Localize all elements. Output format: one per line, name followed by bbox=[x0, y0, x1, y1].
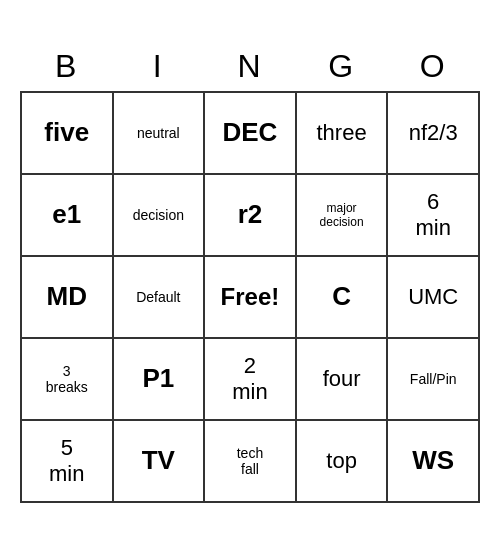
bingo-header-I: I bbox=[113, 42, 205, 92]
bingo-cell-r2-c0: MD bbox=[21, 256, 113, 338]
bingo-cell-r2-c4: UMC bbox=[387, 256, 479, 338]
bingo-cell-r0-c2: DEC bbox=[204, 92, 296, 174]
bingo-cell-r1-c1: decision bbox=[113, 174, 205, 256]
bingo-cell-r1-c2: r2 bbox=[204, 174, 296, 256]
bingo-cell-r2-c3: C bbox=[296, 256, 388, 338]
bingo-header-N: N bbox=[204, 42, 296, 92]
bingo-header-O: O bbox=[387, 42, 479, 92]
bingo-cell-r4-c1: TV bbox=[113, 420, 205, 502]
bingo-card: BINGO fiveneutralDECthreenf2/3e1decision… bbox=[20, 42, 480, 503]
bingo-cell-r1-c3: majordecision bbox=[296, 174, 388, 256]
bingo-cell-r2-c2: Free! bbox=[204, 256, 296, 338]
bingo-cell-r4-c4: WS bbox=[387, 420, 479, 502]
bingo-header-B: B bbox=[21, 42, 113, 92]
bingo-cell-r0-c1: neutral bbox=[113, 92, 205, 174]
bingo-cell-r4-c3: top bbox=[296, 420, 388, 502]
bingo-cell-r4-c2: techfall bbox=[204, 420, 296, 502]
bingo-header-G: G bbox=[296, 42, 388, 92]
bingo-cell-r4-c0: 5min bbox=[21, 420, 113, 502]
bingo-cell-r3-c4: Fall/Pin bbox=[387, 338, 479, 420]
bingo-cell-r2-c1: Default bbox=[113, 256, 205, 338]
bingo-cell-r1-c4: 6min bbox=[387, 174, 479, 256]
bingo-cell-r1-c0: e1 bbox=[21, 174, 113, 256]
bingo-cell-r0-c4: nf2/3 bbox=[387, 92, 479, 174]
bingo-cell-r3-c1: P1 bbox=[113, 338, 205, 420]
bingo-cell-r0-c0: five bbox=[21, 92, 113, 174]
bingo-cell-r3-c3: four bbox=[296, 338, 388, 420]
bingo-cell-r3-c2: 2min bbox=[204, 338, 296, 420]
bingo-cell-r3-c0: 3breaks bbox=[21, 338, 113, 420]
bingo-cell-r0-c3: three bbox=[296, 92, 388, 174]
